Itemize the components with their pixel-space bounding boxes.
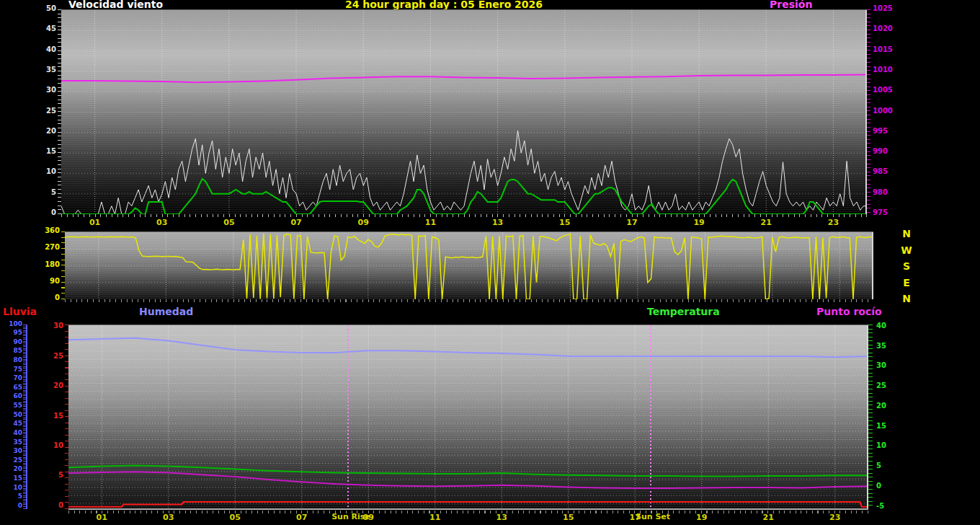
humidity-temp-rain-plot-canvas xyxy=(68,325,868,509)
axis-tick-label-temperature-axis: 10 xyxy=(876,442,901,449)
axis-tick-label-humidity-axis: 60 xyxy=(0,393,22,400)
axis-tick-label-temperature-axis: -5 xyxy=(876,503,901,510)
tick-marks xyxy=(61,231,65,299)
x-tick-label: 03 xyxy=(154,513,183,522)
axis-tick-label-humidity-axis: 70 xyxy=(0,375,22,381)
axis-tick-label-pressure-axis: 985 xyxy=(873,168,897,175)
axis-tick-label-humidity-axis: 85 xyxy=(0,348,22,354)
x-tick-label: 21 xyxy=(752,218,780,227)
compass-letter: W xyxy=(898,244,915,256)
axis-tick-label-pressure-axis: 1020 xyxy=(873,25,897,32)
tick-marks xyxy=(65,325,68,509)
axis-tick-label-wind-speed-axis: 0 xyxy=(32,209,56,216)
x-tick-label: 01 xyxy=(81,218,110,227)
axis-tick-label-humidity-axis: 20 xyxy=(0,466,22,472)
series-rain xyxy=(68,502,868,507)
axis-tick-label-temperature-axis: 30 xyxy=(876,362,901,369)
x-tick-label: 09 xyxy=(349,218,378,227)
axis-tick-label-wind-speed-axis: 10 xyxy=(32,168,56,175)
compass-letter: E xyxy=(898,277,915,288)
axis-tick-label-wind-direction-axis: 90 xyxy=(35,278,60,285)
axis-tick-label-rain-axis: 15 xyxy=(39,412,63,420)
x-tick-label: 07 xyxy=(282,218,311,227)
axis-tick-label-rain-axis: 5 xyxy=(39,472,63,479)
compass-letter: S xyxy=(898,260,915,272)
axis-tick-label-humidity-axis: 75 xyxy=(0,366,22,373)
axis-tick-label-temperature-axis: 0 xyxy=(876,482,901,490)
wind-pressure-plot-canvas xyxy=(61,10,867,214)
axis-tick-label-temperature-axis: 40 xyxy=(876,322,901,330)
axis-tick-label-humidity-axis: 45 xyxy=(0,420,22,427)
axis-tick-label-wind-speed-axis: 15 xyxy=(32,148,56,155)
x-tick-label: 19 xyxy=(687,513,716,522)
page-title: 24 hour graph day : 05 Enero 2026 xyxy=(345,0,543,10)
tick-marks xyxy=(868,325,873,509)
axis-tick-label-wind-speed-axis: 45 xyxy=(32,25,56,32)
axis-tick-label-rain-axis: 10 xyxy=(39,442,63,449)
x-tick-label: 09 xyxy=(354,513,383,522)
axis-line xyxy=(26,325,27,509)
x-tick-label: 05 xyxy=(220,513,249,522)
x-tick-label: 07 xyxy=(288,513,316,522)
axis-tick-label-pressure-axis: 1025 xyxy=(873,5,897,12)
axis-tick-label-pressure-axis: 980 xyxy=(873,189,897,196)
axis-tick-label-wind-speed-axis: 20 xyxy=(32,128,56,135)
compass-letter: N xyxy=(898,293,915,304)
axis-tick-label-humidity-axis: 30 xyxy=(0,448,22,454)
axis-tick-label-pressure-axis: 1015 xyxy=(873,46,897,53)
axis-tick-label-humidity-axis: 90 xyxy=(0,339,22,345)
axis-tick-label-wind-direction-axis: 360 xyxy=(35,227,60,234)
axis-tick-label-wind-speed-axis: 50 xyxy=(32,5,56,12)
wind-pressure-plot xyxy=(61,9,867,214)
x-tick-label: 03 xyxy=(148,218,177,227)
axis-tick-label-humidity-axis: 0 xyxy=(0,503,22,509)
axis-tick-label-humidity-axis: 35 xyxy=(0,439,22,446)
dew-point-title: Punto rocío xyxy=(816,306,882,317)
series-wind-gust xyxy=(61,131,867,214)
x-tick-label: 21 xyxy=(754,513,783,522)
axis-tick-label-humidity-axis: 80 xyxy=(0,357,22,363)
axis-tick-label-temperature-axis: 15 xyxy=(876,423,901,430)
x-tick-label: 01 xyxy=(87,513,116,522)
axis-tick-label-temperature-axis: 35 xyxy=(876,343,901,350)
axis-tick-label-temperature-axis: 25 xyxy=(876,382,901,389)
axis-tick-label-rain-axis: 25 xyxy=(39,353,63,360)
axis-tick-label-pressure-axis: 1010 xyxy=(873,66,897,74)
x-tick-label: 13 xyxy=(487,513,516,522)
axis-tick-label-temperature-axis: 20 xyxy=(876,402,901,410)
axis-tick-label-pressure-axis: 990 xyxy=(873,148,897,155)
axis-tick-label-humidity-axis: 40 xyxy=(0,430,22,436)
x-tick-label: 17 xyxy=(618,218,646,227)
humidity-temp-rain-plot xyxy=(68,325,868,509)
compass-letter: N xyxy=(898,228,915,239)
axis-tick-label-wind-speed-axis: 25 xyxy=(32,107,56,115)
axis-tick-label-wind-speed-axis: 40 xyxy=(32,46,56,53)
axis-tick-label-wind-direction-axis: 0 xyxy=(35,294,60,301)
axis-tick-label-wind-direction-axis: 270 xyxy=(35,244,60,251)
axis-tick-label-humidity-axis: 50 xyxy=(0,412,22,418)
x-tick-label: 23 xyxy=(819,218,847,227)
x-tick-label: 15 xyxy=(554,513,583,522)
series-humidity xyxy=(68,338,868,358)
temperature-title: Temperatura xyxy=(647,306,720,317)
wind-speed-title: Velocidad viento xyxy=(68,0,163,10)
axis-tick-label-rain-axis: 30 xyxy=(39,322,63,330)
axis-tick-label-wind-speed-axis: 30 xyxy=(32,87,56,94)
series-pressure xyxy=(61,74,867,82)
humidity-title: Humedad xyxy=(139,306,193,317)
axis-tick-label-rain-axis: 20 xyxy=(39,382,63,389)
axis-tick-label-humidity-axis: 65 xyxy=(0,384,22,391)
axis-tick-label-humidity-axis: 5 xyxy=(0,493,22,500)
axis-tick-label-humidity-axis: 100 xyxy=(0,321,22,327)
x-tick-label: 23 xyxy=(821,513,850,522)
axis-tick-label-pressure-axis: 1000 xyxy=(873,107,897,115)
axis-tick-label-temperature-axis: 5 xyxy=(876,462,901,469)
x-tick-label: 19 xyxy=(685,218,713,227)
axis-tick-label-wind-direction-axis: 180 xyxy=(35,261,60,268)
axis-tick-label-humidity-axis: 10 xyxy=(0,485,22,491)
tick-marks xyxy=(58,9,61,214)
axis-tick-label-humidity-axis: 55 xyxy=(0,402,22,409)
tick-marks xyxy=(61,214,867,217)
axis-tick-label-rain-axis: 0 xyxy=(39,502,63,509)
x-tick-label: 15 xyxy=(551,218,579,227)
